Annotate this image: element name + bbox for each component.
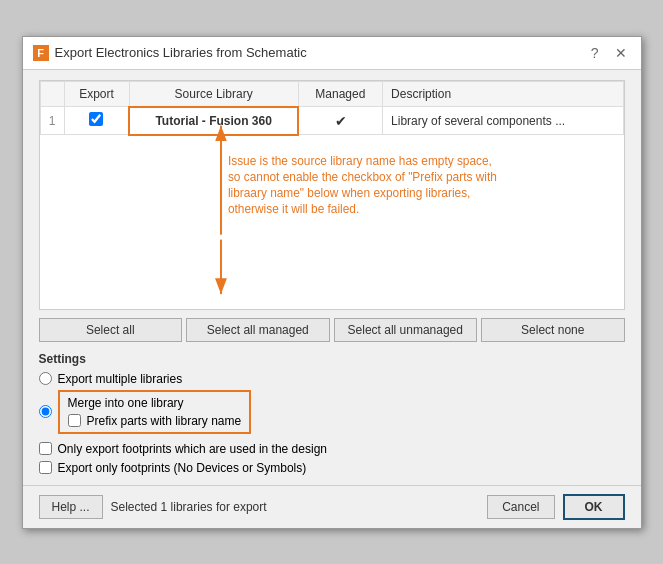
select-all-button[interactable]: Select all bbox=[39, 318, 183, 342]
only-used-option: Only export footprints which are used in… bbox=[39, 442, 625, 456]
select-none-button[interactable]: Select none bbox=[481, 318, 625, 342]
managed-cell: ✔ bbox=[298, 107, 382, 135]
col-num bbox=[40, 81, 64, 107]
cancel-button[interactable]: Cancel bbox=[487, 495, 554, 519]
prefix-parts-option: Prefix parts with library name bbox=[68, 414, 242, 428]
merge-box: Merge into one library Prefix parts with… bbox=[58, 390, 252, 434]
select-all-unmanaged-button[interactable]: Select all unmanaged bbox=[334, 318, 478, 342]
dialog-footer: Help ... Selected 1 libraries for export… bbox=[23, 485, 641, 528]
svg-text:Issue is the source library na: Issue is the source library name has emp… bbox=[227, 154, 491, 168]
help-icon-button[interactable]: ? bbox=[587, 43, 603, 63]
merge-one-label: Merge into one library bbox=[68, 396, 242, 410]
extra-options: Only export footprints which are used in… bbox=[39, 442, 625, 475]
select-all-managed-button[interactable]: Select all managed bbox=[186, 318, 330, 342]
col-managed: Managed bbox=[298, 81, 382, 107]
export-multiple-option: Export multiple libraries bbox=[39, 372, 625, 386]
settings-title: Settings bbox=[39, 352, 625, 366]
export-checkbox-cell[interactable] bbox=[64, 107, 129, 135]
col-source-library: Source Library bbox=[129, 81, 298, 107]
library-table: Export Source Library Managed Descriptio… bbox=[40, 81, 624, 136]
export-checkbox[interactable] bbox=[89, 112, 103, 126]
app-icon: F bbox=[33, 45, 49, 61]
description-cell: Library of several components ... bbox=[383, 107, 623, 135]
only-used-checkbox[interactable] bbox=[39, 442, 52, 455]
title-bar-left: F Export Electronics Libraries from Sche… bbox=[33, 45, 307, 61]
close-button[interactable]: ✕ bbox=[611, 43, 631, 63]
table-row: 1 Tutorial - Fusion 360 ✔ Library of sev… bbox=[40, 107, 623, 135]
dialog-title: Export Electronics Libraries from Schema… bbox=[55, 45, 307, 60]
title-bar-controls: ? ✕ bbox=[587, 43, 631, 63]
only-used-label: Only export footprints which are used in… bbox=[58, 442, 327, 456]
export-dialog: F Export Electronics Libraries from Sche… bbox=[22, 36, 642, 529]
selection-buttons: Select all Select all managed Select all… bbox=[39, 318, 625, 342]
merge-one-radio[interactable] bbox=[39, 405, 52, 418]
settings-section: Settings Export multiple libraries Merge… bbox=[39, 352, 625, 434]
help-button[interactable]: Help ... bbox=[39, 495, 103, 519]
svg-text:otherwise it will be failed.: otherwise it will be failed. bbox=[227, 201, 358, 215]
managed-checkmark: ✔ bbox=[335, 113, 347, 129]
footer-right: Cancel OK bbox=[487, 494, 624, 520]
ok-button[interactable]: OK bbox=[563, 494, 625, 520]
dialog-body: Export Source Library Managed Descriptio… bbox=[23, 70, 641, 485]
title-bar: F Export Electronics Libraries from Sche… bbox=[23, 37, 641, 70]
source-library-cell: Tutorial - Fusion 360 bbox=[129, 107, 298, 135]
row-number: 1 bbox=[40, 107, 64, 135]
prefix-parts-checkbox[interactable] bbox=[68, 414, 81, 427]
library-table-wrapper: Export Source Library Managed Descriptio… bbox=[39, 80, 625, 310]
svg-text:so cannot enable the checkbox : so cannot enable the checkbox of "Prefix… bbox=[227, 170, 496, 184]
selected-info: Selected 1 libraries for export bbox=[111, 500, 267, 514]
footer-left: Help ... Selected 1 libraries for export bbox=[39, 495, 267, 519]
col-description: Description bbox=[383, 81, 623, 107]
export-multiple-label: Export multiple libraries bbox=[58, 372, 183, 386]
merge-one-option: Merge into one library Prefix parts with… bbox=[39, 390, 625, 434]
export-multiple-radio[interactable] bbox=[39, 372, 52, 385]
svg-text:libraary name" below when expo: libraary name" below when exporting libr… bbox=[227, 185, 470, 199]
only-footprints-option: Export only footprints (No Devices or Sy… bbox=[39, 461, 625, 475]
only-footprints-checkbox[interactable] bbox=[39, 461, 52, 474]
only-footprints-label: Export only footprints (No Devices or Sy… bbox=[58, 461, 307, 475]
col-export: Export bbox=[64, 81, 129, 107]
prefix-parts-label: Prefix parts with library name bbox=[87, 414, 242, 428]
